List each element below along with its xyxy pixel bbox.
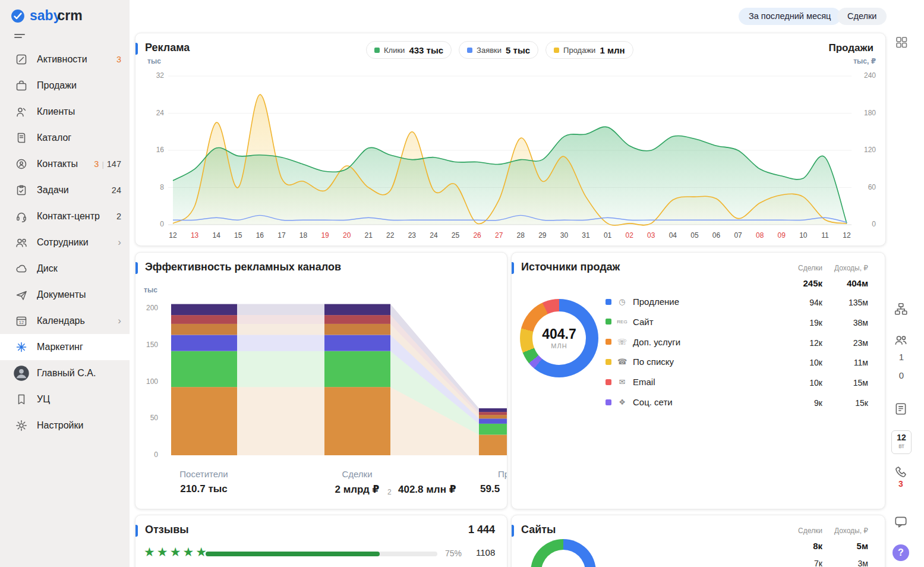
source-color-swatch [606,339,611,345]
deals-filter[interactable]: Сделки [837,8,887,25]
sites-col-income: Доходы, ₽ [821,527,868,535]
sidebar-item-people[interactable]: Сотрудники› [0,229,130,256]
sites-total-deals: 8к [775,541,822,551]
notes-icon[interactable] [894,402,908,418]
saby-logo-icon [11,9,25,23]
funnel-chart[interactable] [135,300,507,467]
card-accent [512,262,514,274]
source-type-icon: ❖ [617,398,627,407]
rail-count-2[interactable]: 0 [894,370,909,380]
org-structure-icon[interactable] [894,302,908,319]
calendar-icon: 12 [14,314,29,328]
x-tick-date: 22 [386,231,394,240]
legend-chip-Клики[interactable]: Клики433 тыс [366,41,452,59]
source-income-value: 38м [830,318,868,327]
sources-col-deals: Сделки [775,264,822,272]
sidebar-item-calendar[interactable]: 12Календарь› [0,308,130,334]
sidebar-item-headset[interactable]: Контакт-центр2 [0,203,130,229]
source-deals-value: 94к [784,298,822,307]
chevron-right-icon: › [118,237,121,248]
sidebar-item-label: Клиенты [37,106,121,117]
x-tick-date: 30 [560,231,568,240]
sidebar-item-gear[interactable]: Настройки [0,412,130,439]
legend-chip-Заявки[interactable]: Заявки5 тыс [459,41,538,59]
rail-count-1[interactable]: 1 [894,352,909,362]
x-tick-date: 25 [452,231,459,240]
brand-crm: crm [57,8,82,23]
sites-donut-chart[interactable] [531,539,596,567]
people-icon [14,235,29,250]
sidebar-item-plane[interactable]: Документы [0,282,130,308]
reviews-card-title: Отзывы [145,524,189,536]
source-income-value: 135м [830,298,868,307]
source-row-Продление[interactable]: ◷Продление [606,297,679,307]
sidebar-item-label: Контакт-центр [37,211,116,222]
sidebar-item-label: Каталог [37,133,121,143]
calendar-weekday: вт [892,443,911,450]
y-tick-right: 60 [852,183,876,191]
sidebar-item-label: Сотрудники [37,237,118,248]
sources-donut-chart[interactable]: 404.7 МЛН [520,299,598,377]
rating-stars[interactable]: ★★★★★ [144,545,209,559]
sources-donut-value: 404.7 [520,326,598,342]
y-tick-left: 24 [145,109,164,117]
source-type-icon: ◷ [617,297,627,306]
source-row-Соц. сети[interactable]: ❖Соц. сети [606,397,673,407]
sidebar-item-uc[interactable]: УЦ [0,386,130,412]
dashboard-grid-icon[interactable] [895,36,908,51]
logo[interactable]: sabycrm [0,0,130,24]
contacts-people-icon[interactable] [894,333,908,349]
sidebar-item-tasks[interactable]: Задачи24 [0,177,130,203]
calendar-day: 12 [892,432,911,443]
sidebar-item-note[interactable]: Активности3 [0,46,130,73]
help-button[interactable]: ? [893,544,909,561]
ads-card: Реклама Клики433 тысЗаявки5 тысПродажи1 … [135,33,886,246]
calendar-widget[interactable]: 12 вт [891,430,912,454]
x-tick-date: 01 [604,231,611,240]
funnel-mid-value: 402.8 млн ₽ [398,483,456,496]
source-row-Сайт[interactable]: REGСайт [606,317,654,327]
badge: 3 [94,159,99,169]
sidebar-item-catalog[interactable]: Каталог [0,125,130,151]
source-row-Email[interactable]: ✉Email [606,377,655,387]
sources-total-deals: 245к [775,278,822,288]
x-tick-date: 13 [191,231,198,240]
sidebar-item-clients[interactable]: Клиенты [0,99,130,125]
sidebar-item-avatar[interactable]: Главный С.А. [0,360,130,386]
card-accent [512,525,514,537]
marketing-icon [14,340,29,354]
reviews-progress-bar[interactable] [206,552,437,556]
sidebar-item-cloud[interactable]: Диск [0,256,130,282]
legend-chip-Продажи[interactable]: Продажи1 млн [545,41,633,59]
x-tick-date: 26 [473,231,481,240]
x-tick-date: 21 [365,231,373,240]
missed-calls-badge[interactable]: 3 [893,479,909,489]
source-row-По списку[interactable]: ☎По списку [606,357,674,367]
catalog-icon [14,131,29,145]
period-filter[interactable]: За последний месяц [739,8,841,25]
x-tick-date: 09 [778,231,786,240]
menu-toggle-icon[interactable] [14,33,25,44]
funnel-axis-unit: тыс [144,286,157,294]
source-label: Доп. услуги [633,337,680,347]
chat-icon[interactable] [894,515,908,531]
x-tick-date: 07 [734,231,742,240]
reviews-card: Отзывы 1 444 ★★★★★ 75% 1108 [135,515,507,567]
ads-chart[interactable] [168,69,852,232]
sidebar-item-label: Активности [37,54,116,65]
reviews-progress-fill [206,552,380,556]
sources-donut-unit: МЛН [520,342,598,349]
sidebar-item-sales[interactable]: Продажи [0,73,130,99]
sidebar-item-contacts[interactable]: Контакты3|147 [0,151,130,177]
source-type-icon: REG [617,319,627,325]
legend-value: 1 млн [600,45,625,55]
legend-color-swatch [467,48,472,53]
sidebar-item-marketing[interactable]: Маркетинг [0,334,130,360]
reviews-count: 1 444 [468,524,495,536]
source-deals-value: 10к [784,358,822,367]
source-type-icon: ☏ [617,338,627,346]
funnel-card: Эффективность рекламных каналов тыс 0501… [135,252,507,509]
sites-row-deals: 7к [784,559,822,567]
x-tick-date: 10 [799,231,807,240]
source-row-Доп. услуги[interactable]: ☏Доп. услуги [606,337,680,347]
